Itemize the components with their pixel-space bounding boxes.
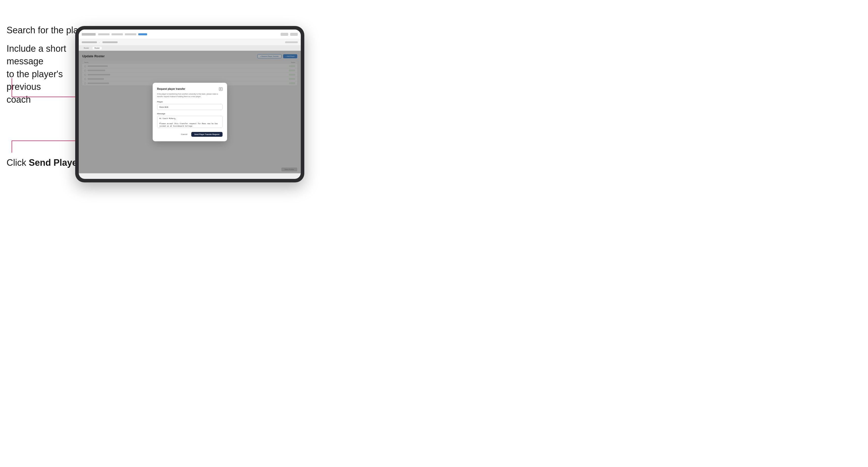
modal-close-button[interactable]: ×	[219, 87, 222, 91]
header-btn-2[interactable]	[290, 33, 298, 36]
player-label: Player	[157, 101, 222, 103]
app-logo	[82, 33, 96, 36]
request-transfer-modal: Request player transfer × If the player …	[153, 83, 227, 142]
message-label: Message	[157, 113, 222, 115]
breadcrumb-item-1[interactable]	[82, 41, 97, 43]
modal-actions: Cancel Send Player Transfer Request	[157, 132, 222, 137]
nav-item-4-active[interactable]	[138, 33, 147, 35]
app-tabs: Roster Roster	[79, 45, 301, 51]
cancel-button[interactable]: Cancel	[179, 132, 189, 136]
annotation-click-pre: Click	[6, 157, 29, 168]
tablet-screen: › Roster Roster Update Roster + Request …	[79, 30, 301, 179]
nav-item-2[interactable]	[112, 33, 123, 35]
app-breadcrumb: ›	[79, 39, 301, 45]
arrow-line-1-vertical	[11, 78, 12, 97]
breadcrumb-item-2[interactable]	[102, 41, 118, 43]
nav-item-1[interactable]	[98, 33, 110, 35]
app-content: Update Roster + Request Player Transfer …	[79, 51, 301, 173]
modal-header: Request player transfer ×	[157, 87, 222, 91]
app-header	[79, 30, 301, 39]
breadcrumb-separator: ›	[99, 41, 100, 43]
nav-item-3[interactable]	[125, 33, 136, 35]
app-header-right	[281, 33, 298, 36]
player-input[interactable]	[157, 104, 222, 110]
send-transfer-request-button[interactable]: Send Player Transfer Request	[191, 132, 222, 137]
tab-2-active[interactable]: Roster	[93, 47, 102, 50]
breadcrumb-action[interactable]	[285, 41, 298, 43]
modal-description: If the player is transferring from anoth…	[157, 93, 222, 98]
tab-1[interactable]: Roster	[82, 47, 91, 50]
app-nav	[98, 33, 278, 35]
header-btn-1[interactable]	[281, 33, 288, 36]
tablet-device: › Roster Roster Update Roster + Request …	[75, 26, 304, 182]
message-textarea[interactable]: Hi Coach McHarg, Please accept this tran…	[157, 116, 222, 128]
modal-title: Request player transfer	[157, 88, 185, 90]
arrow-line-2-vertical-bottom	[11, 141, 12, 153]
modal-overlay: Request player transfer × If the player …	[79, 51, 301, 173]
